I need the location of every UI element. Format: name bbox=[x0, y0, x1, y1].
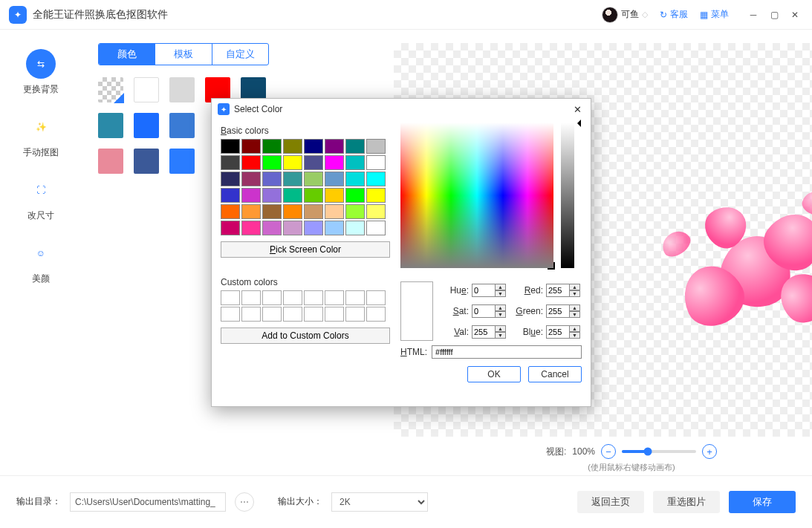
user-block[interactable]: 可鱼 ◇ bbox=[602, 7, 648, 23]
spin-up[interactable]: ▲ bbox=[570, 284, 580, 290]
basic-color-cell[interactable] bbox=[325, 204, 344, 219]
basic-color-cell[interactable] bbox=[366, 188, 386, 203]
custom-color-slot[interactable] bbox=[221, 290, 240, 305]
color-gradient[interactable] bbox=[400, 123, 553, 268]
minimize-button[interactable]: ─ bbox=[745, 7, 761, 23]
basic-color-cell[interactable] bbox=[304, 172, 323, 186]
zoom-out-button[interactable]: − bbox=[601, 444, 616, 459]
basic-color-cell[interactable] bbox=[221, 188, 240, 203]
cancel-button[interactable]: Cancel bbox=[528, 366, 582, 382]
custom-color-slot[interactable] bbox=[325, 290, 344, 305]
basic-color-cell[interactable] bbox=[241, 221, 261, 235]
basic-color-cell[interactable] bbox=[241, 139, 261, 154]
swatch[interactable] bbox=[134, 77, 159, 102]
basic-color-cell[interactable] bbox=[325, 155, 344, 170]
basic-color-cell[interactable] bbox=[241, 204, 261, 219]
custom-color-slot[interactable] bbox=[366, 307, 386, 322]
custom-color-slot[interactable] bbox=[262, 290, 282, 305]
dialog-close-button[interactable]: ✕ bbox=[570, 102, 585, 117]
spin-up[interactable]: ▲ bbox=[496, 284, 506, 290]
blue-spin[interactable]: ▲▼ bbox=[546, 325, 582, 339]
basic-color-cell[interactable] bbox=[221, 155, 240, 170]
basic-color-cell[interactable] bbox=[345, 188, 365, 203]
hue-input[interactable] bbox=[472, 284, 496, 297]
spin-down[interactable]: ▼ bbox=[496, 290, 506, 297]
red-input[interactable] bbox=[546, 284, 570, 297]
sat-input[interactable] bbox=[472, 304, 496, 318]
html-input[interactable] bbox=[432, 345, 582, 359]
custom-color-slot[interactable] bbox=[262, 307, 282, 322]
out-dir-input[interactable] bbox=[70, 492, 226, 512]
spin-up[interactable]: ▲ bbox=[496, 325, 506, 332]
back-button[interactable]: 返回主页 bbox=[577, 491, 644, 513]
reset-button[interactable]: 重选图片 bbox=[653, 491, 720, 513]
red-spin[interactable]: ▲▼ bbox=[546, 284, 582, 297]
ok-button[interactable]: OK bbox=[467, 366, 521, 382]
basic-color-cell[interactable] bbox=[325, 221, 344, 235]
custom-color-slot[interactable] bbox=[221, 307, 240, 322]
tab-custom[interactable]: 自定义 bbox=[212, 44, 268, 65]
val-input[interactable] bbox=[472, 325, 496, 339]
basic-color-cell[interactable] bbox=[262, 139, 282, 154]
basic-color-cell[interactable] bbox=[241, 188, 261, 203]
hue-spin[interactable]: ▲▼ bbox=[472, 284, 507, 297]
basic-color-cell[interactable] bbox=[366, 139, 386, 154]
spin-down[interactable]: ▼ bbox=[496, 311, 506, 318]
custom-color-slot[interactable] bbox=[283, 290, 302, 305]
swatch[interactable] bbox=[134, 149, 159, 174]
basic-color-cell[interactable] bbox=[283, 188, 302, 203]
custom-color-slot[interactable] bbox=[345, 307, 365, 322]
basic-color-cell[interactable] bbox=[304, 204, 323, 219]
swatch-transparent[interactable] bbox=[98, 77, 123, 102]
custom-color-slot[interactable] bbox=[304, 307, 323, 322]
swatch[interactable] bbox=[98, 113, 123, 138]
maximize-button[interactable]: ▢ bbox=[766, 7, 782, 23]
swatch[interactable] bbox=[134, 113, 159, 138]
basic-color-cell[interactable] bbox=[283, 221, 302, 235]
save-button[interactable]: 保存 bbox=[729, 491, 796, 513]
custom-color-slot[interactable] bbox=[325, 307, 344, 322]
basic-color-cell[interactable] bbox=[366, 221, 386, 235]
pick-screen-color-button[interactable]: Pick Screen Color bbox=[221, 241, 390, 258]
sidebar-item-resize[interactable]: ⛶ 改尺寸 bbox=[11, 171, 71, 226]
basic-color-cell[interactable] bbox=[366, 204, 386, 219]
spin-down[interactable]: ▼ bbox=[570, 311, 580, 318]
swatch[interactable] bbox=[169, 77, 195, 102]
basic-color-cell[interactable] bbox=[221, 172, 240, 186]
basic-color-cell[interactable] bbox=[221, 221, 240, 235]
spin-down[interactable]: ▼ bbox=[570, 332, 580, 339]
basic-color-cell[interactable] bbox=[283, 204, 302, 219]
add-to-custom-button[interactable]: Add to Custom Colors bbox=[221, 327, 390, 344]
basic-color-cell[interactable] bbox=[283, 172, 302, 186]
basic-color-cell[interactable] bbox=[366, 155, 386, 170]
val-spin[interactable]: ▲▼ bbox=[472, 325, 507, 339]
sidebar-item-beauty[interactable]: ☺ 美颜 bbox=[11, 234, 71, 290]
basic-color-cell[interactable] bbox=[345, 139, 365, 154]
value-strip[interactable] bbox=[561, 123, 574, 268]
custom-color-slot[interactable] bbox=[345, 290, 365, 305]
basic-color-cell[interactable] bbox=[262, 204, 282, 219]
custom-color-slot[interactable] bbox=[241, 290, 261, 305]
tab-template[interactable]: 模板 bbox=[155, 44, 211, 65]
basic-color-cell[interactable] bbox=[283, 139, 302, 154]
sidebar-item-manual-cutout[interactable]: ✨ 手动抠图 bbox=[11, 108, 71, 163]
basic-color-cell[interactable] bbox=[262, 221, 282, 235]
basic-color-cell[interactable] bbox=[304, 155, 323, 170]
basic-color-cell[interactable] bbox=[262, 188, 282, 203]
support-link[interactable]: ↻ 客服 bbox=[660, 8, 688, 21]
basic-color-cell[interactable] bbox=[283, 155, 302, 170]
swatch[interactable] bbox=[169, 113, 195, 138]
spin-up[interactable]: ▲ bbox=[570, 325, 580, 332]
custom-color-slot[interactable] bbox=[366, 290, 386, 305]
basic-color-cell[interactable] bbox=[221, 204, 240, 219]
basic-color-cell[interactable] bbox=[345, 204, 365, 219]
basic-color-cell[interactable] bbox=[304, 221, 323, 235]
out-size-select[interactable]: 2K bbox=[331, 492, 428, 512]
basic-color-cell[interactable] bbox=[325, 172, 344, 186]
basic-color-cell[interactable] bbox=[241, 172, 261, 186]
spin-up[interactable]: ▲ bbox=[496, 304, 506, 311]
swatch[interactable] bbox=[98, 149, 123, 174]
browse-button[interactable]: ⋯ bbox=[235, 492, 254, 512]
spin-down[interactable]: ▼ bbox=[496, 332, 506, 339]
basic-color-cell[interactable] bbox=[304, 188, 323, 203]
